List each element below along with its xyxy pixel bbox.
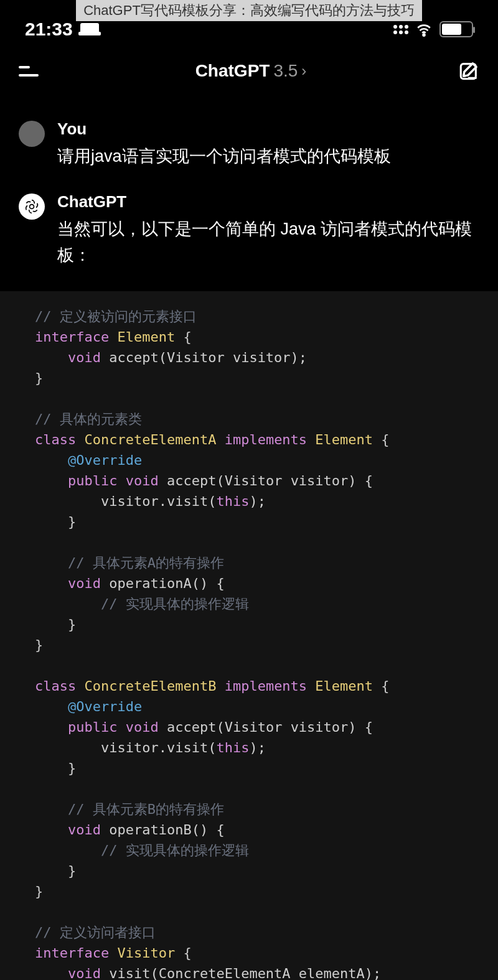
status-right: 66 — [393, 21, 473, 37]
sender-label: You — [57, 119, 479, 139]
user-avatar — [19, 121, 45, 147]
status-left: 21:33 — [25, 19, 99, 40]
status-time: 21:33 — [25, 19, 73, 40]
wifi-icon — [416, 21, 432, 37]
user-message-text: 请用java语言实现一个访问者模式的代码模板 — [57, 144, 479, 170]
bed-icon — [80, 23, 99, 35]
app-header: ChatGPT 3.5 › — [0, 45, 498, 101]
model-selector[interactable]: ChatGPT 3.5 › — [195, 61, 307, 81]
message-user: You 请用java语言实现一个访问者模式的代码模板 — [19, 119, 479, 170]
assistant-message-text: 当然可以，以下是一个简单的 Java 访问者模式的代码模板： — [57, 217, 479, 269]
conversation[interactable]: You 请用java语言实现一个访问者模式的代码模板 ChatGPT 当然可以，… — [0, 101, 498, 269]
svg-point-2 — [30, 204, 34, 208]
app-name: ChatGPT — [195, 61, 270, 81]
svg-point-0 — [423, 34, 425, 36]
battery-icon: 66 — [439, 21, 473, 37]
battery-level: 66 — [443, 23, 469, 36]
page-banner: ChatGPT写代码模板分享：高效编写代码的方法与技巧 — [76, 0, 422, 21]
code-block[interactable]: // 定义被访问的元素接口 interface Element { void a… — [0, 291, 498, 980]
chevron-right-icon: › — [301, 62, 306, 80]
message-assistant: ChatGPT 当然可以，以下是一个简单的 Java 访问者模式的代码模板： — [19, 192, 479, 269]
grid-icon — [393, 25, 408, 34]
chatgpt-avatar — [19, 194, 45, 220]
new-chat-button[interactable] — [458, 60, 479, 82]
sender-label: ChatGPT — [57, 192, 479, 212]
menu-button[interactable] — [19, 58, 44, 83]
model-version: 3.5 — [273, 61, 298, 81]
